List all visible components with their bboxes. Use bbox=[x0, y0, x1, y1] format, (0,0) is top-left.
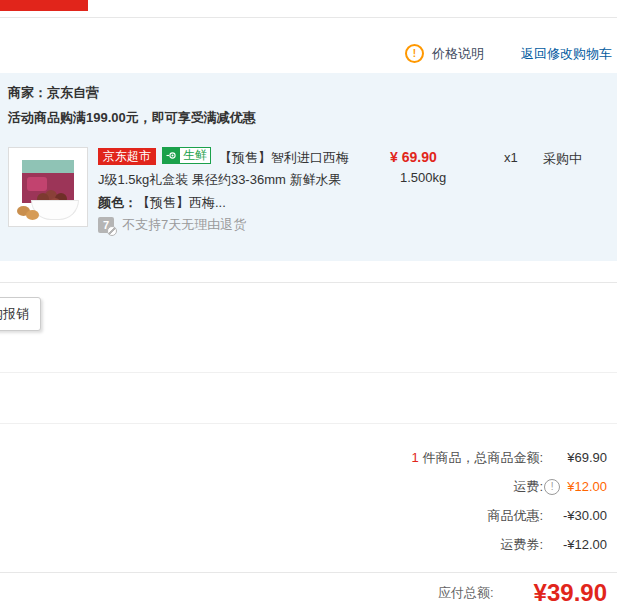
summary-row-freight-coupon: 运费券: -¥12.00 bbox=[412, 530, 607, 559]
promo-text: 活动商品购满199.00元，即可享受满减优惠 bbox=[8, 109, 256, 127]
no-return-line: 7 不支持7天无理由退货 bbox=[98, 216, 246, 234]
fresh-tag-label: 生鲜 bbox=[180, 148, 210, 163]
subtotal-value: ¥69.90 bbox=[543, 450, 607, 465]
info-circle-icon[interactable]: ! bbox=[544, 479, 560, 495]
warning-circle-icon: ! bbox=[405, 44, 424, 63]
no-return-text: 不支持7天无理由退货 bbox=[122, 216, 246, 234]
order-panel: 商家：京东自营 活动商品购满199.00元，即可享受满减优惠 京东超市生鲜【预售… bbox=[0, 73, 617, 261]
item-status: 采购中 bbox=[543, 150, 582, 168]
item-count: 1 bbox=[412, 450, 419, 465]
back-to-cart-link[interactable]: 返回修改购物车 bbox=[521, 45, 612, 63]
sku-color-line: 颜色：【预售】西梅... bbox=[98, 194, 226, 212]
item-weight: 1.500kg bbox=[400, 170, 446, 185]
total-value: ¥39.90 bbox=[534, 579, 607, 607]
subtotal-label: 件商品，总商品金额: bbox=[419, 450, 543, 465]
item-price: ¥ 69.90 bbox=[390, 149, 437, 165]
merchant-name: 京东自营 bbox=[47, 85, 99, 100]
discount-label: 商品优惠: bbox=[487, 507, 543, 525]
top-divider bbox=[0, 17, 617, 18]
section-divider bbox=[0, 423, 617, 424]
product-image[interactable] bbox=[8, 147, 88, 227]
freight-coupon-label: 运费券: bbox=[500, 536, 543, 554]
product-title-block[interactable]: 京东超市生鲜【预售】智利进口西梅 J级1.5kg礼盒装 果径约33-36mm 新… bbox=[98, 147, 351, 191]
slash-badge bbox=[107, 226, 117, 236]
total-divider bbox=[0, 572, 617, 573]
fresh-icon bbox=[163, 148, 180, 163]
giftbox-art bbox=[27, 177, 47, 191]
summary-row-freight: 运费: !¥12.00 bbox=[412, 472, 607, 501]
fresh-tag: 生鲜 bbox=[162, 147, 211, 164]
color-value: 【预售】西梅... bbox=[137, 195, 226, 210]
freight-coupon-value: -¥12.00 bbox=[543, 537, 607, 552]
summary-row-discount: 商品优惠: -¥30.00 bbox=[412, 501, 607, 530]
header-links: ! 价格说明 返回修改购物车 bbox=[405, 44, 612, 63]
no-7day-return-icon: 7 bbox=[98, 217, 114, 233]
summary-row-subtotal: 1 件商品，总商品金额: ¥69.90 bbox=[412, 443, 607, 472]
merchant-label: 商家： bbox=[8, 85, 47, 100]
total-row: 应付总额: ¥39.90 bbox=[438, 579, 607, 607]
prune-half bbox=[26, 210, 39, 220]
clipped-red-header-fragment bbox=[0, 0, 88, 11]
price-note-label[interactable]: 价格说明 bbox=[432, 45, 484, 63]
color-label: 颜色： bbox=[98, 195, 137, 210]
price-note-link[interactable]: ! 价格说明 bbox=[405, 44, 484, 63]
item-quantity: x1 bbox=[504, 150, 518, 165]
section-divider bbox=[0, 372, 617, 373]
freight-value: ¥12.00 bbox=[567, 479, 607, 494]
freight-label: 运费: bbox=[513, 478, 543, 496]
cost-summary: 1 件商品，总商品金额: ¥69.90 运费: !¥12.00 商品优惠: -¥… bbox=[412, 443, 607, 559]
reimburse-button[interactable]: 购报销 bbox=[0, 297, 41, 331]
giftbox-lid bbox=[22, 160, 74, 173]
jd-supermarket-tag: 京东超市 bbox=[98, 148, 156, 165]
section-divider bbox=[0, 282, 617, 283]
discount-value: -¥30.00 bbox=[543, 508, 607, 523]
merchant-line: 商家：京东自营 bbox=[8, 84, 99, 102]
total-label: 应付总额: bbox=[438, 584, 494, 602]
